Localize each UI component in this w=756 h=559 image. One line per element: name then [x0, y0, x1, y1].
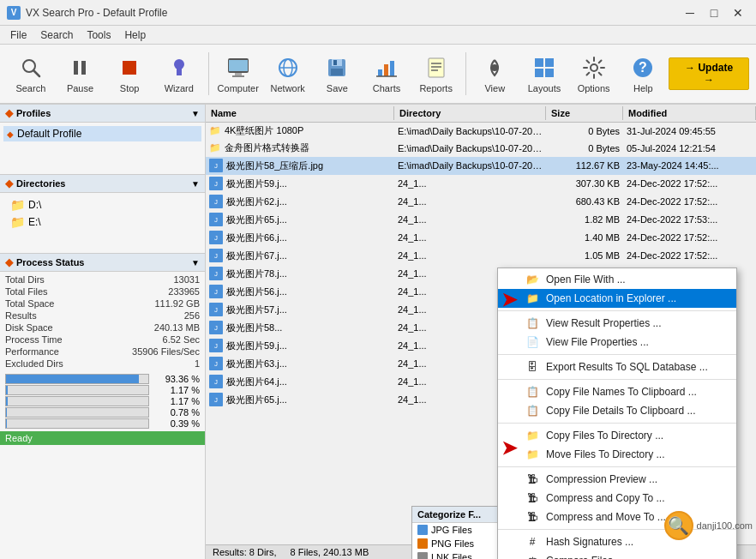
- dirs-collapse[interactable]: ▼: [191, 179, 200, 189]
- ctx-compress-copy-label: Compress and Copy To ...: [546, 492, 665, 504]
- ctx-view-file-props[interactable]: 📄 View File Properties ...: [498, 333, 736, 352]
- ctx-copy-names[interactable]: 📋 Copy File Names To Clipboard ...: [498, 382, 736, 401]
- menu-file[interactable]: File: [3, 27, 33, 43]
- ctx-copy-details[interactable]: 📋 Copy File Details To Clipboard ...: [498, 401, 736, 420]
- network-icon: [274, 54, 302, 81]
- bottom-status-text: Results: 8 Dirs,: [213, 547, 277, 557]
- main-layout: ◆ Profiles ▼ ◆ Default Profile ◆ Directo…: [0, 105, 756, 559]
- file-name: 极光图片65.j...: [226, 394, 287, 406]
- file-name-cell: J极光图片65.j...: [206, 212, 394, 227]
- menu-search[interactable]: Search: [33, 27, 80, 43]
- table-row[interactable]: J极光图片59.j... 24_1... 307.30 KB 24-Dec-20…: [206, 175, 756, 193]
- dir-e-label: E:\: [28, 216, 41, 228]
- svg-rect-27: [535, 58, 543, 67]
- menu-tools[interactable]: Tools: [80, 27, 117, 43]
- pause-icon: [66, 54, 93, 81]
- ctx-compress-copy[interactable]: 🗜 Compress and Copy To ...: [498, 489, 736, 508]
- col-header-size[interactable]: Size: [546, 106, 623, 120]
- image-icon: J: [209, 375, 223, 388]
- menu-help[interactable]: Help: [117, 27, 153, 43]
- progress-fill-4: [6, 419, 7, 428]
- file-name-cell: J极光图片78.j...: [206, 266, 394, 281]
- file-size-cell: 1.40 MB: [546, 231, 623, 243]
- ctx-export-sql[interactable]: 🗄 Export Results To SQL Database ...: [498, 358, 736, 376]
- table-row[interactable]: J极光图片66.j... 24_1... 1.40 MB 24-Dec-2022…: [206, 229, 756, 247]
- table-row[interactable]: J极光图片62.j... 24_1... 680.43 KB 24-Dec-20…: [206, 193, 756, 211]
- total-space-value: 111.92 GB: [154, 298, 200, 309]
- computer-button[interactable]: Computer: [214, 48, 262, 99]
- image-icon: J: [209, 393, 223, 406]
- progress-label-2: 1.17 %: [153, 396, 200, 406]
- file-dir-cell: E:\imad\Daily Backups\10-07-2024_1...: [394, 142, 546, 154]
- ctx-copy-files-label: Copy Files To Directory ...: [546, 430, 663, 442]
- col-header-modified[interactable]: Modified: [623, 106, 756, 120]
- table-row[interactable]: J极光图片58_压缩后.jpg E:\imad\Daily Backups\10…: [206, 157, 756, 175]
- image-icon: J: [209, 339, 223, 352]
- total-files-value: 233965: [168, 286, 200, 297]
- cat-jpg-dot: [417, 525, 428, 535]
- file-size-cell: 112.67 KB: [546, 159, 623, 171]
- svg-rect-22: [429, 58, 444, 77]
- svg-rect-19: [384, 64, 388, 76]
- toolbar-sep-2: [465, 52, 466, 95]
- reports-icon: [423, 54, 450, 81]
- close-button[interactable]: ✕: [727, 4, 749, 21]
- process-status-header: ◆ Process Status ▼: [0, 253, 205, 272]
- ctx-compare-files[interactable]: ⚖ Compare Files ...: [498, 551, 736, 559]
- file-name-cell: 📁金舟图片格式转换器: [206, 141, 394, 155]
- ctx-compression-preview[interactable]: 🗜 Compression Preview ...: [498, 470, 736, 489]
- folder-icon: 📁: [209, 142, 221, 153]
- ctx-move-files[interactable]: 📁 Move Files To Directory ...: [498, 445, 736, 464]
- profiles-content: ◆ Default Profile: [0, 123, 205, 174]
- ctx-view-result-icon: 📋: [525, 317, 539, 329]
- ctx-view-file-label: View File Properties ...: [546, 336, 649, 348]
- stop-button[interactable]: Stop: [105, 48, 153, 99]
- table-row[interactable]: 📁4K壁纸图片 1080P E:\imad\Daily Backups\10-0…: [206, 123, 756, 140]
- profile-default[interactable]: ◆ Default Profile: [3, 126, 201, 141]
- table-row[interactable]: J极光图片67.j... 24_1... 1.05 MB 24-Dec-2022…: [206, 247, 756, 265]
- help-button[interactable]: ? Help: [619, 48, 667, 99]
- ctx-open-with[interactable]: 📂 Open File With ...: [498, 270, 736, 289]
- file-name-cell: 📁4K壁纸图片 1080P: [206, 123, 394, 138]
- table-row[interactable]: 📁金舟图片格式转换器 E:\imad\Daily Backups\10-07-2…: [206, 140, 756, 157]
- progress-track-0: [5, 374, 149, 384]
- ctx-open-location[interactable]: 📁 Open Location in Explorer ...: [498, 289, 736, 308]
- file-name: 4K壁纸图片 1080P: [225, 124, 303, 137]
- charts-icon: [373, 54, 400, 81]
- ctx-view-result-props[interactable]: 📋 View Result Properties ...: [498, 314, 736, 333]
- update-button[interactable]: → Update →: [669, 57, 749, 90]
- ctx-open-location-label: Open Location in Explorer ...: [546, 292, 676, 304]
- help-icon: ?: [629, 54, 657, 81]
- layouts-button[interactable]: Layouts: [520, 48, 568, 99]
- ctx-move-files-icon: 📁: [525, 448, 539, 460]
- view-button[interactable]: View: [471, 48, 519, 99]
- pause-button[interactable]: Pause: [57, 48, 105, 99]
- file-dir-cell: 24_1...: [394, 177, 546, 189]
- ctx-sep-1: [498, 310, 736, 311]
- file-name-cell: J极光图片57.j...: [206, 302, 394, 317]
- ctx-copy-files[interactable]: 📁 Copy Files To Directory ...: [498, 426, 736, 445]
- col-header-dir[interactable]: Directory: [394, 106, 546, 120]
- dir-item-e[interactable]: 📁 E:\: [3, 213, 201, 231]
- options-button[interactable]: Options: [570, 48, 618, 99]
- save-button[interactable]: Save: [314, 48, 362, 99]
- profiles-collapse[interactable]: ▼: [191, 109, 200, 118]
- search-label: Search: [15, 83, 45, 93]
- charts-button[interactable]: Charts: [363, 48, 411, 99]
- profile-diamond-icon: ◆: [7, 129, 14, 139]
- network-button[interactable]: Network: [264, 48, 312, 99]
- status-collapse[interactable]: ▼: [191, 258, 200, 267]
- table-row[interactable]: J极光图片65.j... 24_1... 1.82 MB 24-Dec-2022…: [206, 211, 756, 229]
- svg-rect-18: [378, 69, 382, 76]
- reports-button[interactable]: Reports: [412, 48, 460, 99]
- file-name: 极光图片64.j...: [226, 376, 287, 388]
- minimize-button[interactable]: ─: [679, 4, 701, 21]
- col-header-name[interactable]: Name: [206, 106, 394, 120]
- file-modified-cell: 24-Dec-2022 17:52:...: [623, 195, 756, 207]
- status-row-results: Results 256: [5, 310, 200, 322]
- wizard-button[interactable]: Wizard: [155, 48, 203, 99]
- search-button[interactable]: Search: [7, 48, 55, 99]
- file-name-cell: J极光图片58...: [206, 320, 394, 335]
- maximize-button[interactable]: □: [703, 4, 725, 21]
- dir-item-d[interactable]: 📁 D:\: [3, 196, 201, 213]
